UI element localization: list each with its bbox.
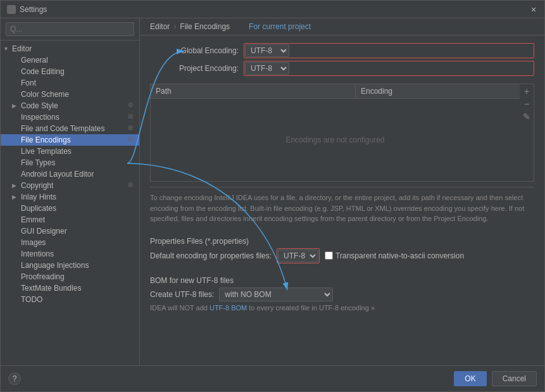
- sidebar-item-label: Inlay Hints: [21, 193, 137, 201]
- breadcrumb-separator: ›: [173, 22, 176, 31]
- add-row-button[interactable]: +: [521, 85, 532, 97]
- sidebar-item-label: Emmet: [21, 215, 137, 224]
- sidebar-item-file-code-templates[interactable]: File and Code Templates ⊞: [1, 123, 139, 134]
- cancel-button[interactable]: Cancel: [492, 371, 537, 386]
- sidebar-item-file-types[interactable]: File Types: [1, 157, 139, 168]
- close-button[interactable]: ×: [529, 5, 538, 14]
- bom-info-text: IDEA will NOT add UTF-8 BOM to every cre…: [150, 304, 534, 312]
- sidebar-item-emmet[interactable]: Emmet: [1, 214, 139, 225]
- sidebar-item-label: Live Templates: [21, 147, 137, 156]
- gear-icon: ⚙: [128, 101, 137, 110]
- sidebar-item-label: Duplicates: [21, 204, 137, 213]
- sidebar-item-intentions[interactable]: Intentions: [1, 248, 139, 260]
- transparent-label-text: Transparent native-to-ascii conversion: [335, 251, 464, 260]
- sidebar-item-inlay-hints[interactable]: Inlay Hints: [1, 191, 139, 203]
- sidebar-item-inspections[interactable]: Inspections ⊞: [1, 111, 139, 123]
- sidebar-item-todo[interactable]: TODO: [1, 294, 139, 305]
- dialog-title: Settings: [20, 5, 47, 14]
- sidebar-item-proofreading[interactable]: Proofreading: [1, 271, 139, 282]
- create-utf8-label: Create UTF-8 files:: [150, 290, 214, 299]
- sidebar-item-textmate-bundles[interactable]: TextMate Bundles: [1, 282, 139, 294]
- sidebar-item-code-style[interactable]: Code Style ⚙: [1, 100, 139, 111]
- sidebar-item-label: General: [21, 56, 137, 65]
- default-encoding-row: Default encoding for properties files: U…: [150, 248, 534, 263]
- bom-section-title: BOM for new UTF-8 files: [150, 276, 534, 285]
- table-empty-message: Encodings are not configured: [151, 99, 520, 181]
- project-encoding-label: Project Encoding:: [150, 64, 239, 73]
- table-side-buttons: + − ✎: [520, 84, 534, 181]
- bom-info-suffix: to every created file in UTF-8 encoding …: [247, 304, 375, 312]
- sidebar-item-font[interactable]: Font: [1, 77, 139, 89]
- list-icon: ⊞: [128, 113, 137, 122]
- right-panel: Editor › File Encodings For current proj…: [140, 18, 544, 365]
- ok-button[interactable]: OK: [454, 371, 486, 386]
- sidebar-item-label: Color Scheme: [21, 90, 137, 99]
- expand-arrow: [12, 103, 21, 109]
- sidebar: Editor General Code Editing Font Color S…: [1, 18, 140, 365]
- search-box: [1, 18, 139, 41]
- sidebar-item-label: Code Editing: [21, 67, 137, 76]
- sidebar-item-label: Android Layout Editor: [21, 170, 137, 179]
- bom-info-link[interactable]: UTF-8 BOM: [210, 304, 247, 312]
- sidebar-item-general[interactable]: General: [1, 54, 139, 66]
- global-encoding-wrapper: UTF-8: [244, 43, 534, 58]
- sidebar-item-android-layout-editor[interactable]: Android Layout Editor: [1, 168, 139, 180]
- settings-icon: [7, 5, 16, 14]
- path-encoding-table: Path Encoding Encodings are not configur…: [151, 84, 520, 181]
- default-encoding-label: Default encoding for properties files:: [150, 251, 272, 260]
- empty-table-text: Encodings are not configured: [285, 136, 384, 144]
- sidebar-item-label: File Types: [21, 158, 137, 167]
- global-encoding-select[interactable]: UTF-8: [245, 44, 289, 57]
- sidebar-item-copyright[interactable]: Copyright ⊞: [1, 180, 139, 191]
- copy2-icon: ⊞: [128, 136, 137, 144]
- bom-section: BOM for new UTF-8 files Create UTF-8 fil…: [150, 274, 534, 312]
- properties-section: Properties Files (*.properties) Default …: [150, 234, 534, 266]
- sidebar-item-color-scheme[interactable]: Color Scheme: [1, 89, 139, 100]
- table-header: Path Encoding: [151, 84, 520, 99]
- bom-info-prefix: IDEA will NOT add: [150, 304, 210, 312]
- breadcrumb-parent: Editor: [150, 22, 170, 31]
- title-bar-left: Settings: [7, 5, 47, 14]
- encoding-column-header: Encoding: [355, 84, 520, 98]
- path-column-header: Path: [151, 84, 355, 98]
- settings-dialog: Settings × Editor General: [0, 0, 545, 392]
- edit-row-button[interactable]: ✎: [521, 111, 532, 122]
- sidebar-item-label: File Encodings: [21, 136, 127, 144]
- sidebar-item-file-encodings[interactable]: File Encodings ⊞: [1, 134, 139, 146]
- tab-for-current-project[interactable]: For current project: [249, 22, 311, 31]
- project-encoding-select[interactable]: UTF-8: [245, 62, 289, 75]
- sidebar-item-label: TODO: [21, 295, 137, 304]
- sidebar-item-label: TextMate Bundles: [21, 284, 137, 293]
- transparent-checkbox[interactable]: [325, 251, 333, 260]
- path-encoding-table-container: Path Encoding Encodings are not configur…: [150, 84, 534, 182]
- sidebar-item-live-templates[interactable]: Live Templates: [1, 146, 139, 157]
- bom-row: Create UTF-8 files: with NO BOM with BOM: [150, 288, 534, 301]
- remove-row-button[interactable]: −: [521, 98, 532, 110]
- sidebar-item-duplicates[interactable]: Duplicates: [1, 203, 139, 214]
- sidebar-item-editor[interactable]: Editor: [1, 43, 139, 54]
- expand-arrow: [3, 46, 12, 52]
- default-encoding-select[interactable]: UTF-8: [278, 250, 318, 262]
- panel-header: Editor › File Encodings For current proj…: [140, 18, 544, 35]
- main-content: Editor General Code Editing Font Color S…: [1, 18, 544, 365]
- panel-body: Global Encoding: UTF-8 Project Encoding:…: [140, 35, 544, 365]
- copy-icon: ⊞: [128, 124, 137, 133]
- sidebar-item-language-injections[interactable]: Language Injections: [1, 260, 139, 271]
- sidebar-item-code-editing[interactable]: Code Editing: [1, 66, 139, 77]
- transparent-checkbox-label[interactable]: Transparent native-to-ascii conversion: [325, 251, 464, 260]
- sidebar-item-label: Inspections: [21, 113, 127, 122]
- sidebar-item-gui-designer[interactable]: GUI Designer: [1, 225, 139, 237]
- sidebar-item-label: Intentions: [21, 250, 137, 258]
- search-input[interactable]: [6, 22, 134, 36]
- sidebar-item-label: Editor: [12, 44, 137, 53]
- sidebar-item-label: Images: [21, 238, 137, 247]
- sidebar-item-label: Font: [21, 79, 137, 87]
- help-button[interactable]: ?: [8, 372, 21, 385]
- copy3-icon: ⊞: [128, 181, 137, 190]
- create-utf8-select[interactable]: with NO BOM with BOM: [219, 288, 333, 301]
- sidebar-item-images[interactable]: Images: [1, 237, 139, 248]
- sidebar-item-label: Proofreading: [21, 272, 137, 281]
- title-bar: Settings ×: [1, 1, 544, 18]
- dialog-footer: ? OK Cancel: [1, 365, 544, 391]
- tree-content: Editor General Code Editing Font Color S…: [1, 41, 139, 365]
